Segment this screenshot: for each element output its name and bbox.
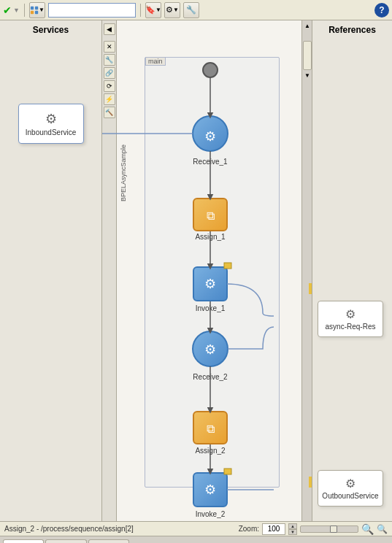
- zoom-area: Zoom: ▲ ▼ 🔍 🔍: [239, 523, 388, 535]
- zoom-down-btn[interactable]: ▼: [288, 529, 297, 535]
- svg-rect-3: [35, 10, 38, 13]
- settings-btn[interactable]: ⚙ ▼: [164, 2, 180, 18]
- dropdown-icon-4: ▼: [173, 7, 179, 13]
- zoom-extra-icon: 🔍: [377, 524, 388, 534]
- tool-btn-5[interactable]: ⚡: [104, 93, 115, 105]
- zoom-icon: 🔍: [361, 523, 374, 535]
- zoom-input[interactable]: [262, 523, 285, 535]
- scroll-thumb[interactable]: [303, 41, 312, 70]
- tool-btn-4[interactable]: ⟳: [104, 80, 115, 92]
- async-req-res-label: async-Req-Res: [326, 323, 376, 331]
- inbound-gear-icon: ⚙: [45, 111, 57, 127]
- dropdown-icon-3: ▼: [155, 7, 161, 13]
- scroll-up-btn[interactable]: ▲: [302, 20, 312, 31]
- zoom-slider-thumb[interactable]: [330, 525, 337, 533]
- separator-1: [24, 4, 25, 17]
- inbound-service-label: InboundService: [26, 128, 77, 136]
- inbound-service-box[interactable]: ⚙ InboundService: [18, 104, 84, 144]
- zoom-up-btn[interactable]: ▲: [288, 523, 297, 529]
- svg-rect-1: [35, 6, 38, 9]
- side-toolbar: ◀ ✕ 🔧 🔗 ⟳ ⚡ 🔨: [102, 20, 117, 521]
- async-req-res-box[interactable]: ⚙ async-Req-Res: [318, 301, 383, 337]
- bpel-label: BPELAsyncSample: [120, 145, 127, 201]
- separator-2: [140, 4, 141, 17]
- status-path: Assign_2 - /process/sequence/assign[2]: [4, 525, 134, 533]
- canvas-area: ◀ ✕ 🔧 🔗 ⟳ ⚡ 🔨 main BPELAsyncSample: [102, 20, 312, 521]
- zoom-label: Zoom:: [239, 525, 259, 533]
- scroll-down-btn[interactable]: ▼: [302, 70, 312, 80]
- bookmark-icon: 🔖: [145, 5, 155, 15]
- tab-source[interactable]: Source: [45, 539, 87, 543]
- main-toolbar: ✔ ▼ ▼ 🔖 ▼ ⚙ ▼ 🔧 ?: [0, 0, 392, 20]
- toolbar-dropdown-icon-2: ▼: [39, 7, 45, 13]
- toolbar-search-input[interactable]: [48, 3, 136, 18]
- outbound-service-label: OutboundService: [322, 492, 378, 500]
- references-content: ⚙ async-Req-Res ⚙ OutboundService: [312, 38, 392, 521]
- sequence-container: main: [145, 57, 280, 488]
- tool-btn-3[interactable]: 🔗: [104, 67, 115, 79]
- svg-text:Invoke_2: Invoke_2: [196, 510, 226, 518]
- svg-rect-0: [31, 6, 34, 9]
- async-gear-icon: ⚙: [345, 307, 356, 321]
- bookmark-btn[interactable]: 🔖 ▼: [145, 2, 161, 18]
- tool-btn-6[interactable]: 🔨: [104, 107, 115, 118]
- extra-icon: 🔧: [186, 5, 196, 15]
- services-title: Services: [33, 20, 69, 38]
- whole-canvas: ◀ ✕ 🔧 🔗 ⟳ ⚡ 🔨 main BPELAsyncSample: [102, 20, 312, 521]
- component-icon: [30, 5, 39, 15]
- services-panel: Services ⚙ InboundService: [0, 20, 102, 521]
- tool-btn-1[interactable]: ✕: [104, 41, 115, 53]
- toolbar-icon-btn-1[interactable]: ▼: [29, 2, 45, 18]
- zoom-slider[interactable]: [300, 525, 358, 533]
- tab-design[interactable]: Design: [3, 539, 44, 543]
- toolbar-dropdown-icon: ▼: [13, 7, 20, 14]
- references-title: References: [328, 20, 376, 38]
- status-bar: Assign_2 - /process/sequence/assign[2] Z…: [0, 521, 392, 536]
- main-area: Services ⚙ InboundService ◀ ✕ 🔧 🔗 ⟳ ⚡ 🔨: [0, 20, 392, 521]
- validate-group: ✔ ▼: [3, 4, 20, 16]
- outbound-service-box[interactable]: ⚙ OutboundService: [318, 470, 383, 507]
- references-panel: References ⚙ async-Req-Res ⚙ OutboundSer…: [312, 20, 392, 521]
- zoom-spinner: ▲ ▼: [288, 523, 297, 535]
- tab-bar: Design Source History: [0, 536, 392, 543]
- tab-history[interactable]: History: [88, 539, 129, 543]
- help-icon: ?: [379, 5, 384, 15]
- extra-btn[interactable]: 🔧: [183, 2, 199, 18]
- svg-rect-2: [31, 10, 34, 13]
- collapse-btn[interactable]: ◀: [104, 23, 115, 35]
- check-icon: ✔: [3, 4, 12, 16]
- settings-icon: ⚙: [166, 5, 173, 15]
- seq-main-label: main: [145, 57, 166, 66]
- highlight-bar-2: [309, 477, 312, 488]
- highlight-bar-1: [309, 283, 312, 294]
- outbound-gear-icon: ⚙: [345, 477, 356, 490]
- vertical-scrollbar[interactable]: ▲ ▼: [301, 20, 312, 521]
- help-button[interactable]: ?: [374, 3, 389, 18]
- tool-btn-2[interactable]: 🔧: [104, 54, 115, 66]
